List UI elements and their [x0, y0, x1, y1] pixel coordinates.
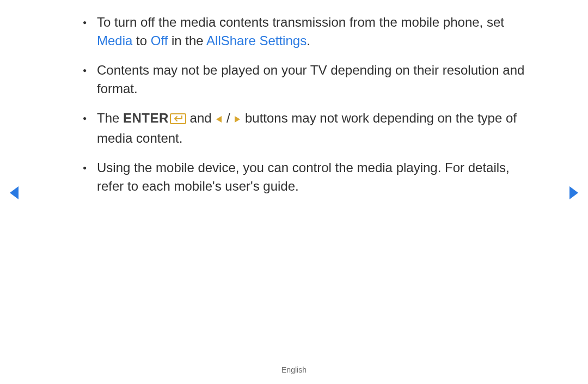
- highlight-media: Media: [97, 33, 132, 48]
- text: .: [307, 33, 310, 48]
- footer-language: English: [0, 365, 588, 374]
- text: and: [186, 111, 215, 125]
- enter-icon: [170, 111, 186, 129]
- bullet-item-2: Contents may not be played on your TV de…: [82, 61, 534, 98]
- left-triangle-icon: [215, 110, 223, 129]
- prev-page-button[interactable]: [8, 185, 21, 203]
- text: The: [97, 111, 123, 125]
- enter-label: ENTER: [123, 111, 169, 125]
- text: /: [223, 111, 234, 125]
- right-triangle-icon: [234, 110, 241, 129]
- bullet-item-3: The ENTER and / buttons may not work dep…: [82, 109, 534, 148]
- text: to: [132, 33, 150, 48]
- right-arrow-icon: [567, 185, 580, 200]
- page-content: To turn off the media contents transmiss…: [82, 13, 534, 206]
- highlight-allshare-settings: AllShare Settings: [206, 33, 307, 48]
- next-page-button[interactable]: [567, 185, 580, 203]
- bullet-item-1: To turn off the media contents transmiss…: [82, 13, 534, 50]
- text: in the: [168, 33, 206, 48]
- text: Contents may not be played on your TV de…: [97, 63, 524, 96]
- left-arrow-icon: [8, 185, 21, 200]
- text: Using the mobile device, you can control…: [97, 160, 510, 193]
- text: To turn off the media contents transmiss…: [97, 15, 504, 29]
- highlight-off: Off: [151, 33, 168, 48]
- bullet-list: To turn off the media contents transmiss…: [82, 13, 534, 196]
- bullet-item-4: Using the mobile device, you can control…: [82, 159, 534, 196]
